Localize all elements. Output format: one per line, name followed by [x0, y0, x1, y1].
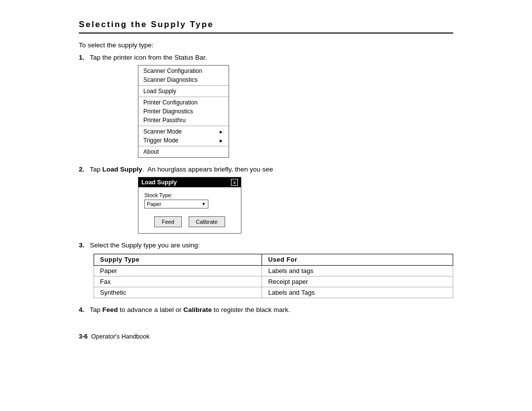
feed-bold: Feed: [102, 306, 118, 313]
menu-item-trigger-mode[interactable]: Trigger Mode ►: [138, 136, 229, 145]
dialog-buttons: Feed Calibrate: [144, 216, 235, 227]
table-row: Synthetic Labels and Tags: [94, 287, 453, 298]
stock-type-row: Paper ▼: [144, 200, 235, 208]
col-used-for: Used For: [262, 254, 453, 266]
trigger-mode-arrow: ►: [219, 138, 224, 143]
calibrate-button[interactable]: Calibrate: [189, 216, 225, 227]
supply-type-fax: Fax: [94, 276, 262, 287]
menu-group-3: Printer Configuration Printer Diagnostic…: [138, 97, 229, 126]
load-supply-dialog: Load Supply x Stock Type: Paper ▼ Feed C…: [138, 177, 241, 234]
dropdown-arrow-icon: ▼: [201, 202, 206, 206]
menu-item-printer-passthru[interactable]: Printer Passthru: [138, 116, 229, 125]
menu-item-printer-diag[interactable]: Printer Diagnostics: [138, 107, 229, 116]
dialog-close-button[interactable]: x: [231, 179, 238, 186]
dialog-title: Load Supply: [141, 179, 177, 186]
supply-type-table: Supply Type Used For Paper Labels and ta…: [94, 254, 453, 298]
table-header-row: Supply Type Used For: [94, 254, 453, 266]
step-3-label: 3. Select the Supply type you are using:: [79, 241, 453, 249]
menu-group-5: About: [138, 146, 229, 157]
scanner-mode-arrow: ►: [219, 129, 224, 135]
menu-group-1: Scanner Configuration Scanner Diagnostic…: [138, 66, 229, 86]
stock-type-label: Stock Type:: [144, 192, 235, 198]
step-4-label: 4. Tap Feed to advance a label or Calibr…: [79, 306, 453, 313]
used-for-fax: Receipt paper: [262, 276, 453, 287]
used-for-paper: Labels and tags: [262, 266, 453, 276]
footer: 3-6 Operator's Handbook: [79, 333, 453, 340]
menu-item-scanner-diag[interactable]: Scanner Diagnostics: [138, 75, 229, 84]
menu-item-printer-config[interactable]: Printer Configuration: [138, 98, 229, 107]
footer-text: Operator's Handbook: [91, 333, 149, 340]
step-1: 1. Tap the printer icon from the Status …: [79, 54, 453, 158]
col-supply-type: Supply Type: [94, 254, 262, 266]
menu-item-scanner-config[interactable]: Scanner Configuration: [138, 67, 229, 75]
used-for-synthetic: Labels and Tags: [262, 287, 453, 298]
supply-type-synthetic: Synthetic: [94, 287, 262, 298]
step-3: 3. Select the Supply type you are using:…: [79, 241, 453, 298]
table-row: Fax Receipt paper: [94, 276, 453, 287]
step-2-label: 2. Tap Load Supply. An hourglass appears…: [79, 166, 453, 173]
page-content: Selecting the Supply Type To select the …: [79, 20, 453, 391]
menu-item-load-supply[interactable]: Load Supply: [138, 87, 229, 96]
step-4: 4. Tap Feed to advance a label or Calibr…: [79, 306, 453, 313]
supply-type-paper: Paper: [94, 266, 262, 276]
stock-type-value: Paper: [147, 201, 161, 207]
feed-button[interactable]: Feed: [154, 216, 181, 227]
step-1-label: 1. Tap the printer icon from the Status …: [79, 54, 453, 61]
dialog-titlebar: Load Supply x: [138, 177, 241, 187]
step-2: 2. Tap Load Supply. An hourglass appears…: [79, 166, 453, 234]
load-supply-bold: Load Supply: [102, 166, 142, 173]
calibrate-bold: Calibrate: [183, 306, 212, 313]
intro-text: To select the supply type:: [79, 41, 453, 49]
page-title: Selecting the Supply Type: [79, 20, 453, 34]
page-ref: 3-6: [79, 333, 88, 340]
menu-item-about[interactable]: About: [138, 147, 229, 156]
menu-group-4: Scanner Mode ► Trigger Mode ►: [138, 126, 229, 146]
stock-type-select[interactable]: Paper ▼: [144, 200, 208, 208]
dialog-body: Stock Type: Paper ▼ Feed Calibrate: [138, 187, 241, 233]
context-menu: Scanner Configuration Scanner Diagnostic…: [138, 65, 229, 158]
menu-item-scanner-mode[interactable]: Scanner Mode ►: [138, 127, 229, 136]
table-row: Paper Labels and tags: [94, 266, 453, 276]
menu-group-2: Load Supply: [138, 86, 229, 97]
